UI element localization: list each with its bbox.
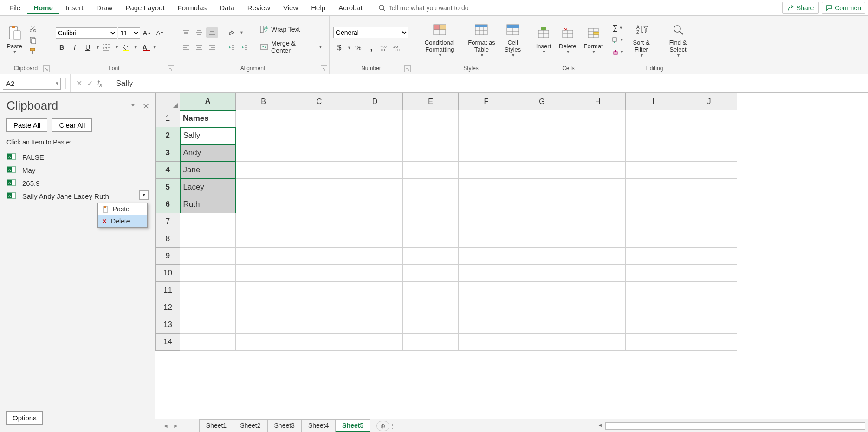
cell[interactable] xyxy=(236,334,291,351)
row-header[interactable]: 4 xyxy=(156,162,180,179)
increase-decimal-button[interactable]: ←.0.00 xyxy=(378,43,390,53)
tab-home[interactable]: Home xyxy=(27,1,59,14)
cell[interactable] xyxy=(347,144,403,162)
cell[interactable] xyxy=(681,144,737,162)
worksheet-grid[interactable]: A B C D E F G H I J 1Names 2Sally 3Andy … xyxy=(155,93,868,427)
horizontal-scrollbar[interactable]: ⋮ xyxy=(389,422,868,430)
cell[interactable] xyxy=(514,213,570,230)
align-center-button[interactable] xyxy=(193,42,205,52)
find-select-button[interactable]: Find & Select ▼ xyxy=(659,21,697,59)
cell[interactable] xyxy=(236,248,291,265)
cell[interactable] xyxy=(459,179,514,196)
font-name-select[interactable]: Calibri xyxy=(56,27,117,39)
sheet-tab[interactable]: Sheet4 xyxy=(301,419,336,432)
cell[interactable] xyxy=(570,230,626,248)
cell[interactable] xyxy=(514,127,570,144)
share-button[interactable]: Share xyxy=(782,2,819,14)
tab-review[interactable]: Review xyxy=(241,1,277,14)
cell[interactable] xyxy=(347,162,403,179)
tab-page-layout[interactable]: Page Layout xyxy=(119,1,171,14)
cell[interactable] xyxy=(347,334,403,351)
sheet-tab[interactable]: Sheet3 xyxy=(267,419,302,432)
cell[interactable] xyxy=(459,282,514,299)
cell[interactable] xyxy=(347,230,403,248)
cell[interactable] xyxy=(347,299,403,316)
cell[interactable]: Andy xyxy=(180,144,236,162)
cell[interactable] xyxy=(403,213,459,230)
cell[interactable] xyxy=(459,162,514,179)
tab-view[interactable]: View xyxy=(277,1,304,14)
cell[interactable] xyxy=(681,248,737,265)
cell[interactable] xyxy=(180,265,236,282)
cell[interactable] xyxy=(570,110,626,127)
cell[interactable] xyxy=(403,248,459,265)
accounting-format-button[interactable]: $ xyxy=(333,43,345,53)
cut-button[interactable] xyxy=(27,24,39,34)
row-header[interactable]: 14 xyxy=(156,334,180,351)
cell[interactable] xyxy=(626,265,681,282)
orientation-button[interactable]: ab xyxy=(226,27,238,38)
column-header-D[interactable]: D xyxy=(347,93,403,110)
tab-file[interactable]: File xyxy=(3,1,27,14)
tab-insert[interactable]: Insert xyxy=(59,1,90,14)
row-header[interactable]: 12 xyxy=(156,299,180,316)
align-middle-button[interactable] xyxy=(193,27,205,38)
format-cells-button[interactable]: Format ▼ xyxy=(581,24,606,55)
column-header-F[interactable]: F xyxy=(459,93,514,110)
row-header[interactable]: 5 xyxy=(156,179,180,196)
tab-data[interactable]: Data xyxy=(213,1,241,14)
cell[interactable] xyxy=(514,162,570,179)
cell[interactable] xyxy=(626,179,681,196)
cell[interactable] xyxy=(570,299,626,316)
cell[interactable]: Jane xyxy=(180,162,236,179)
bold-button[interactable]: B xyxy=(56,42,68,52)
cell[interactable] xyxy=(403,127,459,144)
cell[interactable] xyxy=(514,282,570,299)
cell[interactable] xyxy=(681,230,737,248)
cell[interactable] xyxy=(681,316,737,334)
cell[interactable] xyxy=(626,162,681,179)
cell[interactable] xyxy=(570,282,626,299)
cell[interactable] xyxy=(291,179,347,196)
increase-font-button[interactable]: A▲ xyxy=(141,28,153,38)
cell[interactable] xyxy=(626,213,681,230)
cell[interactable] xyxy=(236,299,291,316)
cell[interactable] xyxy=(291,110,347,127)
cell[interactable] xyxy=(347,213,403,230)
cell[interactable] xyxy=(514,179,570,196)
cell[interactable] xyxy=(291,334,347,351)
cell[interactable] xyxy=(403,265,459,282)
cell[interactable] xyxy=(403,162,459,179)
clipboard-item[interactable]: X May xyxy=(6,164,149,177)
increase-indent-button[interactable] xyxy=(239,42,251,52)
cell[interactable] xyxy=(291,282,347,299)
cell[interactable] xyxy=(681,179,737,196)
select-all-corner[interactable] xyxy=(156,93,180,110)
cell[interactable] xyxy=(403,110,459,127)
cell[interactable] xyxy=(403,196,459,213)
cell[interactable] xyxy=(403,299,459,316)
align-left-button[interactable] xyxy=(180,42,192,52)
cell[interactable] xyxy=(236,213,291,230)
comment-button[interactable]: Commen xyxy=(822,2,865,14)
cell[interactable] xyxy=(681,334,737,351)
clipboard-item[interactable]: X Sally Andy Jane Lacey Ruth ▼ xyxy=(6,190,149,203)
cell[interactable] xyxy=(570,334,626,351)
clear-all-button[interactable]: Clear All xyxy=(52,118,92,132)
cell[interactable] xyxy=(459,248,514,265)
cell[interactable] xyxy=(347,265,403,282)
cell[interactable] xyxy=(347,316,403,334)
cell[interactable] xyxy=(514,196,570,213)
cell[interactable] xyxy=(514,248,570,265)
align-top-button[interactable] xyxy=(180,27,192,38)
context-delete[interactable]: ✕ Delete xyxy=(98,215,147,227)
align-bottom-button[interactable] xyxy=(206,27,218,38)
cell[interactable] xyxy=(180,230,236,248)
cell[interactable] xyxy=(681,196,737,213)
cell[interactable] xyxy=(459,144,514,162)
cell[interactable] xyxy=(681,127,737,144)
cell[interactable] xyxy=(236,127,291,144)
cell[interactable] xyxy=(459,196,514,213)
paste-button[interactable]: Paste ▼ xyxy=(4,24,25,55)
cell[interactable] xyxy=(236,316,291,334)
